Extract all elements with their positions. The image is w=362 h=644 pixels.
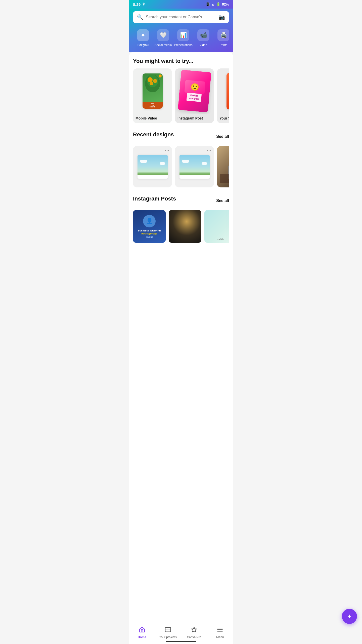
status-left: 8:29 ✳: [133, 2, 145, 7]
doc-white-2: [179, 175, 210, 179]
webinar-subtitle: Marketing Strategy: [141, 233, 157, 235]
nav-projects[interactable]: Your projects: [159, 626, 177, 639]
presentation-icon: 📊: [180, 32, 187, 38]
camera-icon[interactable]: 📷: [219, 14, 225, 20]
tab-prints-icon: 🖨️: [217, 29, 229, 41]
svg-point-4: [150, 82, 153, 85]
story-phone: ENGAGE YourAudience: [227, 73, 229, 109]
recent-section-title: Recent designs: [133, 131, 174, 138]
mv-image: [143, 73, 163, 102]
tab-for-you-label: For you: [138, 43, 149, 47]
tab-social-media[interactable]: 🤍 Social media: [153, 28, 173, 48]
tab-presentations[interactable]: 📊 Presentations: [173, 28, 193, 48]
mobile-video-phone: SETTHESCENE: [143, 73, 163, 109]
nav-home-label: Home: [138, 635, 146, 639]
bottom-indicator: [166, 641, 196, 642]
heart-icon: 🤍: [160, 32, 167, 38]
insta-post-phone: 🙂 Perfectyour post: [178, 70, 211, 112]
pinwheel-icon: ✳: [142, 2, 145, 7]
menu-icon: [217, 626, 223, 634]
tab-social-media-icon: 🤍: [157, 29, 169, 41]
doc-preview-2: [179, 155, 210, 179]
recent-card-1[interactable]: ···: [133, 146, 172, 187]
story-content: ENGAGE YourAudience: [227, 73, 229, 109]
printer-icon: 🖨️: [220, 32, 227, 38]
doc-preview-1: [138, 155, 168, 179]
tab-prints[interactable]: 🖨️ Prints: [213, 28, 229, 48]
tab-video-icon: 📹: [197, 29, 209, 41]
sparkle-icon: ✦: [140, 31, 146, 39]
recent-card-2-more[interactable]: ···: [207, 148, 211, 154]
nav-menu-label: Menu: [216, 635, 224, 639]
tab-for-you[interactable]: ✦ For you: [133, 28, 153, 48]
doc-sky-1: [138, 155, 168, 175]
projects-icon: [165, 626, 171, 634]
tab-video[interactable]: 📹 Video: [193, 28, 213, 48]
ig-card-dark[interactable]: [169, 210, 201, 243]
instagram-section-title: Instagram Posts: [133, 195, 176, 202]
try-card-your-story[interactable]: ENGAGE YourAudience Your Story: [217, 68, 229, 123]
instagram-post-label: Instagram Post: [175, 114, 214, 123]
main-content: You might want to try...: [129, 52, 233, 644]
recent-card-3-inner: [217, 146, 229, 187]
cloud-1b: [160, 162, 165, 165]
mobile-video-label: Mobile Video: [133, 114, 172, 123]
category-tabs: ✦ For you 🤍 Social media 📊 Presentations…: [133, 28, 229, 52]
status-right: 📳 ▲ 🔋 82%: [205, 2, 229, 6]
try-card-instagram-post[interactable]: 🙂 Perfectyour post Instagram Post: [175, 68, 214, 123]
recent-card-2[interactable]: ···: [175, 146, 214, 187]
cloud-2a: [182, 160, 189, 163]
instagram-posts-cards: 👤 BUSINESS WEBINAR Marketing Strategy 20…: [133, 210, 229, 243]
nav-menu[interactable]: Menu: [211, 626, 229, 639]
battery-icon: 🔋: [216, 2, 220, 6]
search-bar[interactable]: 🔍 📷: [133, 11, 229, 23]
webinar-title: BUSINESS WEBINAR: [138, 229, 161, 232]
your-story-label: Your Story: [217, 114, 229, 123]
wifi-icon: ▲: [211, 2, 215, 6]
header: 🔍 📷 ✦ For you 🤍 Social media 📊 Presentat…: [129, 9, 233, 52]
tab-for-you-icon: ✦: [137, 29, 149, 41]
svg-point-3: [153, 79, 157, 83]
nav-home[interactable]: Home: [133, 626, 151, 639]
tab-prints-label: Prints: [220, 43, 228, 47]
doc-white-1: [138, 175, 168, 179]
svg-point-2: [148, 77, 153, 82]
recent-see-all[interactable]: See all: [216, 134, 229, 139]
instagram-see-all[interactable]: See all: [216, 198, 229, 203]
svg-rect-10: [165, 627, 171, 632]
cloud-1a: [140, 160, 147, 163]
ig-card-webinar[interactable]: 👤 BUSINESS WEBINAR Marketing Strategy 20…: [133, 210, 166, 243]
try-section-title: You might want to try...: [133, 58, 229, 64]
ig-card-light[interactable]: callllo: [204, 210, 229, 243]
nav-projects-label: Your projects: [159, 635, 177, 639]
try-card-mobile-video[interactable]: SETTHESCENE Mobile Video: [133, 68, 172, 123]
battery-percent: 82%: [222, 2, 229, 6]
ip-face: 🙂: [184, 80, 205, 94]
try-cards: SETTHESCENE Mobile Video 🙂 Perfectyour p…: [133, 68, 229, 123]
mv-text: SETTHESCENE: [143, 102, 163, 109]
nav-canva-pro-label: Canva Pro: [187, 635, 201, 639]
tab-presentations-icon: 📊: [177, 29, 189, 41]
ig-card-light-inner: callllo: [204, 210, 229, 243]
recent-card-1-more[interactable]: ···: [165, 148, 169, 154]
recent-card-3[interactable]: ···: [217, 146, 229, 187]
svg-rect-9: [220, 174, 229, 183]
tab-presentations-label: Presentations: [174, 43, 192, 47]
nav-canva-pro[interactable]: Canva Pro: [185, 626, 203, 639]
your-story-preview: ENGAGE YourAudience: [217, 68, 229, 114]
ip-label: Perfectyour post: [187, 93, 202, 102]
video-icon: 📹: [200, 32, 207, 38]
home-icon: [139, 626, 145, 634]
doc-sky-2: [179, 155, 210, 175]
recent-cards: ··· ···: [133, 146, 229, 187]
cloud-2b: [202, 162, 207, 165]
instagram-section-header: Instagram Posts See all: [133, 195, 229, 206]
instagram-post-preview: 🙂 Perfectyour post: [175, 68, 214, 114]
search-icon: 🔍: [137, 14, 143, 20]
webinar-date: 20 JUNE: [146, 236, 153, 238]
mobile-video-preview: SETTHESCENE: [133, 68, 172, 114]
recent-section-header: Recent designs See all: [133, 131, 229, 142]
photo-card-img: [217, 146, 229, 187]
tab-video-label: Video: [200, 43, 207, 47]
search-input[interactable]: [146, 15, 216, 19]
